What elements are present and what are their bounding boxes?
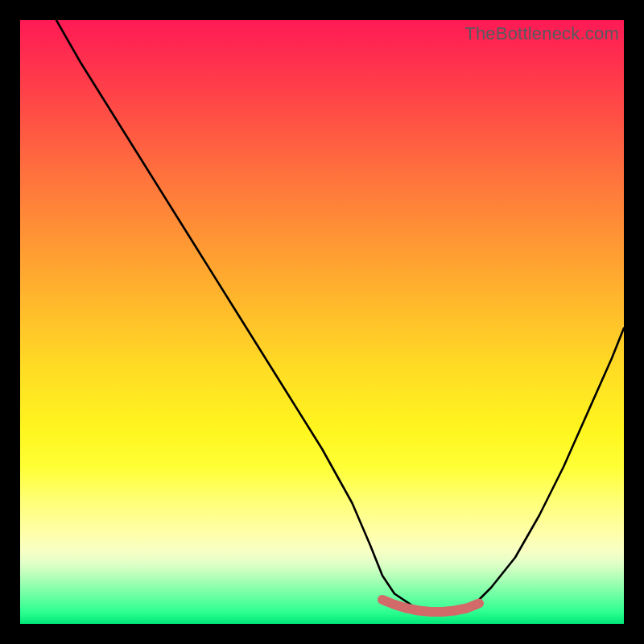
optimal-range-marker-path [382, 600, 479, 612]
bottleneck-curve-path [56, 20, 624, 612]
chart-svg [20, 20, 624, 624]
chart-frame: TheBottleneck.com [0, 0, 644, 644]
chart-plot-area: TheBottleneck.com [20, 20, 624, 624]
